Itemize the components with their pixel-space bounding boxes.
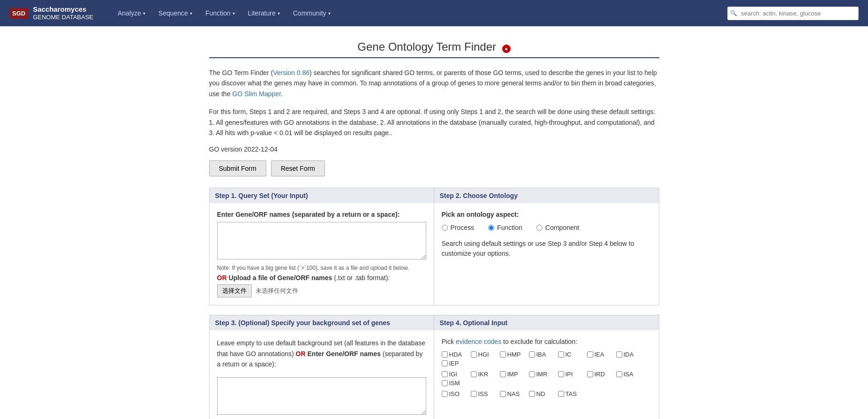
nav-item-literature[interactable]: Literature ▾ (242, 6, 286, 21)
checkbox-input-iep[interactable] (442, 360, 448, 366)
checkbox-input-imp[interactable] (500, 371, 506, 377)
step2-col: Step 2. Choose Ontology Pick an ontology… (434, 188, 659, 305)
step4-header: Step 4. Optional Input (434, 315, 659, 330)
reset-button[interactable]: Reset Form (271, 160, 325, 176)
chevron-down-icon: ▾ (190, 11, 192, 16)
nav-links: Analyze ▾ Sequence ▾ Function ▾ Literatu… (112, 6, 727, 21)
checkbox-input-ikr[interactable] (471, 371, 477, 377)
steps-row-1: Step 1. Query Set (Your Input) Enter Gen… (209, 188, 659, 305)
background-gene-textarea[interactable] (217, 377, 426, 415)
checkbox-imr[interactable]: IMR (529, 371, 557, 378)
checkbox-input-hda[interactable] (442, 351, 448, 358)
steps-row-2: Step 3. (Optional) Specify your backgrou… (209, 315, 659, 419)
nav-item-community[interactable]: Community ▾ (287, 6, 336, 21)
checkbox-input-nd[interactable] (529, 391, 535, 397)
checkbox-input-isa[interactable] (616, 371, 622, 377)
main-content: Gene Ontology Term Finder ● The GO Term … (200, 26, 669, 419)
checkbox-nd[interactable]: ND (529, 390, 557, 397)
chevron-down-icon: ▾ (278, 11, 280, 16)
checkbox-input-ism[interactable] (442, 380, 448, 386)
checkbox-input-imr[interactable] (529, 371, 535, 377)
checkbox-ird[interactable]: IRD (587, 371, 615, 378)
checkbox-imp[interactable]: IMP (500, 371, 528, 378)
radio-component[interactable]: Component (536, 224, 579, 231)
step1-note: Note: If you have a big gene list (`>`10… (217, 265, 426, 271)
checkbox-hmp[interactable]: HMP (500, 351, 528, 358)
checkbox-input-ird[interactable] (587, 371, 593, 377)
checkbox-input-ida[interactable] (616, 351, 622, 358)
version-link[interactable]: Version 0.86 (273, 69, 309, 76)
step3-description: Leave empty to use default background se… (217, 338, 426, 369)
checkbox-input-iea[interactable] (587, 351, 593, 358)
checkbox-iss[interactable]: ISS (471, 390, 499, 397)
checkbox-input-ic[interactable] (558, 351, 564, 358)
step1-header: Step 1. Query Set (Your Input) (210, 188, 434, 203)
checkbox-tas[interactable]: TAS (558, 390, 586, 397)
checkbox-ic[interactable]: IC (558, 351, 586, 358)
logo-text: Saccharomyces GENOME DATABASE (33, 5, 93, 21)
step1-col: Step 1. Query Set (Your Input) Enter Gen… (210, 188, 434, 305)
checkbox-input-igi[interactable] (442, 371, 448, 377)
checkbox-iep[interactable]: IEP (442, 360, 470, 367)
file-upload-wrap: 选择文件 未选择任何文件 (217, 284, 426, 297)
nav-item-function[interactable]: Function ▾ (200, 6, 241, 21)
checkbox-hgi[interactable]: HGI (471, 351, 499, 358)
checkbox-input-hmp[interactable] (500, 351, 506, 358)
checkbox-hda[interactable]: HDA (442, 351, 470, 358)
step4-col: Step 4. Optional Input Pick evidence cod… (434, 315, 659, 419)
checkbox-iba[interactable]: IBA (529, 351, 557, 358)
checkbox-input-ipi[interactable] (558, 371, 564, 377)
file-name-display: 未选择任何文件 (256, 287, 298, 295)
gene-orf-textarea[interactable] (217, 222, 426, 259)
radio-function-input[interactable] (488, 225, 494, 231)
checkbox-input-tas[interactable] (558, 391, 564, 397)
checkbox-ikr[interactable]: IKR (471, 371, 499, 378)
nav-item-analyze[interactable]: Analyze ▾ (112, 6, 151, 21)
step4-pick-label: Pick evidence codes to exclude for calcu… (442, 338, 651, 345)
checkbox-nas[interactable]: NAS (500, 390, 528, 397)
go-version: GO version 2022-12-04 (209, 145, 659, 153)
description-para2: For this form, Steps 1 and 2 are require… (209, 107, 659, 138)
info-icon[interactable]: ● (502, 45, 511, 53)
radio-function[interactable]: Function (488, 224, 522, 231)
step2-pick-label: Pick an ontology aspect: (442, 211, 651, 218)
form-buttons: Submit Form Reset Form (209, 160, 659, 176)
checkbox-input-iba[interactable] (529, 351, 535, 358)
radio-component-input[interactable] (536, 225, 543, 231)
go-slim-link[interactable]: GO Slim Mapper (232, 90, 280, 98)
checkbox-ism[interactable]: ISM (442, 380, 470, 387)
description-para1: The GO Term Finder (Version 0.86) search… (209, 68, 659, 99)
title-divider (209, 57, 659, 58)
evidence-codes-link[interactable]: evidence codes (456, 338, 501, 345)
search-input[interactable] (727, 7, 859, 20)
evidence-code-checkboxes: HDAHGIHMPIBAICIEAIDAIEPIGIIKRIMPIMRIPIIR… (442, 351, 651, 397)
checkbox-igi[interactable]: IGI (442, 371, 470, 378)
logo-badge: SGD (9, 8, 28, 19)
checkbox-ipi[interactable]: IPI (558, 371, 586, 378)
step1-upload-label: OR Upload a file of Gene/ORF names (.txt… (217, 274, 426, 282)
page-title: Gene Ontology Term Finder ● (209, 40, 659, 53)
step2-header: Step 2. Choose Ontology (434, 188, 659, 203)
ontology-radio-group: Process Function Component (442, 224, 651, 231)
radio-process[interactable]: Process (442, 224, 475, 231)
chevron-down-icon: ▾ (143, 11, 145, 16)
checkbox-input-hgi[interactable] (471, 351, 477, 358)
nav-item-sequence[interactable]: Sequence ▾ (153, 6, 198, 21)
file-choose-button[interactable]: 选择文件 (217, 284, 252, 297)
checkbox-isa[interactable]: ISA (616, 371, 644, 378)
step2-desc: Search using default settings or use Ste… (442, 239, 651, 259)
checkbox-iso[interactable]: ISO (442, 390, 470, 397)
checkbox-input-iss[interactable] (471, 391, 477, 397)
checkbox-input-iso[interactable] (442, 391, 448, 397)
checkbox-ida[interactable]: IDA (616, 351, 644, 358)
submit-button[interactable]: Submit Form (209, 160, 266, 176)
checkbox-iea[interactable]: IEA (587, 351, 615, 358)
site-logo[interactable]: SGD Saccharomyces GENOME DATABASE (9, 5, 93, 21)
step3-header: Step 3. (Optional) Specify your backgrou… (210, 315, 434, 330)
navbar: SGD Saccharomyces GENOME DATABASE Analyz… (0, 0, 868, 26)
search-area (727, 7, 859, 20)
checkbox-input-nas[interactable] (500, 391, 506, 397)
chevron-down-icon: ▾ (328, 11, 331, 16)
radio-process-input[interactable] (442, 225, 448, 231)
step1-field-label: Enter Gene/ORF names (separated by a ret… (217, 211, 426, 218)
